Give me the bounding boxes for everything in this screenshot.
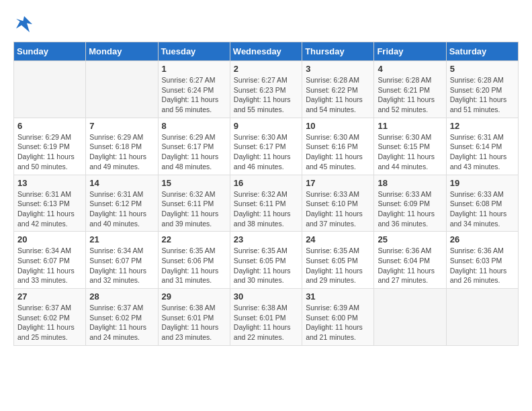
calendar-body: 1Sunrise: 6:27 AM Sunset: 6:24 PM Daylig…: [14, 61, 519, 346]
day-info: Sunrise: 6:37 AM Sunset: 6:02 PM Dayligh…: [17, 303, 82, 342]
weekday-header: Sunday: [14, 42, 86, 61]
day-info: Sunrise: 6:37 AM Sunset: 6:02 PM Dayligh…: [89, 303, 154, 342]
day-number: 22: [162, 234, 226, 244]
calendar-cell: 12Sunrise: 6:31 AM Sunset: 6:14 PM Dayli…: [446, 118, 518, 175]
day-info: Sunrise: 6:31 AM Sunset: 6:12 PM Dayligh…: [89, 189, 154, 229]
day-info: Sunrise: 6:29 AM Sunset: 6:19 PM Dayligh…: [17, 132, 82, 172]
day-number: 21: [89, 234, 154, 244]
day-info: Sunrise: 6:29 AM Sunset: 6:17 PM Dayligh…: [162, 132, 226, 172]
day-info: Sunrise: 6:32 AM Sunset: 6:11 PM Dayligh…: [234, 189, 298, 229]
day-number: 3: [306, 64, 370, 74]
calendar-cell: 7Sunrise: 6:29 AM Sunset: 6:18 PM Daylig…: [86, 118, 158, 175]
calendar-cell: 15Sunrise: 6:32 AM Sunset: 6:11 PM Dayli…: [158, 175, 230, 232]
day-info: Sunrise: 6:31 AM Sunset: 6:14 PM Dayligh…: [450, 132, 515, 172]
day-number: 10: [306, 121, 370, 131]
day-info: Sunrise: 6:30 AM Sunset: 6:15 PM Dayligh…: [378, 132, 442, 172]
day-info: Sunrise: 6:35 AM Sunset: 6:06 PM Dayligh…: [162, 246, 226, 285]
calendar-cell: 18Sunrise: 6:33 AM Sunset: 6:09 PM Dayli…: [374, 175, 446, 232]
day-number: 8: [162, 121, 226, 131]
day-number: 11: [378, 121, 442, 131]
weekday-header: Tuesday: [158, 42, 230, 61]
calendar-cell: [374, 289, 446, 346]
day-number: 13: [17, 178, 82, 188]
day-info: Sunrise: 6:36 AM Sunset: 6:04 PM Dayligh…: [378, 246, 442, 285]
day-number: 14: [89, 178, 154, 188]
day-number: 9: [234, 121, 298, 131]
weekday-header: Thursday: [302, 42, 374, 61]
calendar-cell: 27Sunrise: 6:37 AM Sunset: 6:02 PM Dayli…: [14, 289, 86, 346]
calendar-cell: 21Sunrise: 6:34 AM Sunset: 6:07 PM Dayli…: [86, 232, 158, 289]
calendar-cell: 25Sunrise: 6:36 AM Sunset: 6:04 PM Dayli…: [374, 232, 446, 289]
calendar-cell: 22Sunrise: 6:35 AM Sunset: 6:06 PM Dayli…: [158, 232, 230, 289]
svg-marker-0: [16, 16, 32, 32]
day-info: Sunrise: 6:30 AM Sunset: 6:17 PM Dayligh…: [234, 132, 298, 172]
calendar-week-row: 13Sunrise: 6:31 AM Sunset: 6:13 PM Dayli…: [14, 175, 519, 232]
calendar-cell: 29Sunrise: 6:38 AM Sunset: 6:01 PM Dayli…: [158, 289, 230, 346]
day-number: 29: [162, 291, 226, 302]
day-info: Sunrise: 6:33 AM Sunset: 6:08 PM Dayligh…: [450, 189, 515, 229]
calendar-week-row: 20Sunrise: 6:34 AM Sunset: 6:07 PM Dayli…: [14, 232, 519, 289]
calendar-cell: 23Sunrise: 6:35 AM Sunset: 6:05 PM Dayli…: [230, 232, 302, 289]
day-number: 15: [162, 178, 226, 188]
day-number: 18: [378, 178, 442, 188]
calendar-cell: 24Sunrise: 6:35 AM Sunset: 6:05 PM Dayli…: [302, 232, 374, 289]
day-info: Sunrise: 6:35 AM Sunset: 6:05 PM Dayligh…: [234, 246, 298, 285]
calendar-cell: 2Sunrise: 6:27 AM Sunset: 6:23 PM Daylig…: [230, 61, 302, 118]
weekday-header: Wednesday: [230, 42, 302, 61]
calendar-cell: 20Sunrise: 6:34 AM Sunset: 6:07 PM Dayli…: [14, 232, 86, 289]
calendar-cell: 10Sunrise: 6:30 AM Sunset: 6:16 PM Dayli…: [302, 118, 374, 175]
calendar-cell: 4Sunrise: 6:28 AM Sunset: 6:21 PM Daylig…: [374, 61, 446, 118]
day-number: 31: [306, 291, 370, 302]
calendar-week-row: 1Sunrise: 6:27 AM Sunset: 6:24 PM Daylig…: [14, 61, 519, 118]
day-number: 19: [450, 178, 515, 188]
logo-icon: [13, 13, 35, 35]
calendar-cell: 19Sunrise: 6:33 AM Sunset: 6:08 PM Dayli…: [446, 175, 518, 232]
day-info: Sunrise: 6:36 AM Sunset: 6:03 PM Dayligh…: [450, 246, 515, 285]
day-info: Sunrise: 6:30 AM Sunset: 6:16 PM Dayligh…: [306, 132, 370, 172]
day-info: Sunrise: 6:28 AM Sunset: 6:22 PM Dayligh…: [306, 75, 370, 115]
calendar-cell: 6Sunrise: 6:29 AM Sunset: 6:19 PM Daylig…: [14, 118, 86, 175]
day-number: 2: [234, 64, 298, 74]
day-number: 26: [450, 234, 515, 244]
calendar-cell: 5Sunrise: 6:28 AM Sunset: 6:20 PM Daylig…: [446, 61, 518, 118]
day-number: 1: [162, 64, 226, 74]
day-number: 25: [378, 234, 442, 244]
calendar-cell: 31Sunrise: 6:39 AM Sunset: 6:00 PM Dayli…: [302, 289, 374, 346]
calendar-cell: 28Sunrise: 6:37 AM Sunset: 6:02 PM Dayli…: [86, 289, 158, 346]
page-header: [13, 13, 519, 35]
day-info: Sunrise: 6:33 AM Sunset: 6:09 PM Dayligh…: [378, 189, 442, 229]
day-info: Sunrise: 6:39 AM Sunset: 6:00 PM Dayligh…: [306, 303, 370, 342]
weekday-header: Monday: [86, 42, 158, 61]
day-info: Sunrise: 6:27 AM Sunset: 6:24 PM Dayligh…: [162, 75, 226, 115]
calendar-cell: 30Sunrise: 6:38 AM Sunset: 6:01 PM Dayli…: [230, 289, 302, 346]
day-info: Sunrise: 6:28 AM Sunset: 6:20 PM Dayligh…: [450, 75, 515, 115]
weekday-header: Saturday: [446, 42, 518, 61]
calendar-cell: 11Sunrise: 6:30 AM Sunset: 6:15 PM Dayli…: [374, 118, 446, 175]
day-info: Sunrise: 6:34 AM Sunset: 6:07 PM Dayligh…: [89, 246, 154, 285]
day-number: 7: [89, 121, 154, 131]
day-number: 27: [17, 291, 82, 302]
day-info: Sunrise: 6:38 AM Sunset: 6:01 PM Dayligh…: [234, 303, 298, 342]
day-info: Sunrise: 6:29 AM Sunset: 6:18 PM Dayligh…: [89, 132, 154, 172]
day-info: Sunrise: 6:31 AM Sunset: 6:13 PM Dayligh…: [17, 189, 82, 229]
day-info: Sunrise: 6:35 AM Sunset: 6:05 PM Dayligh…: [306, 246, 370, 285]
calendar-cell: 26Sunrise: 6:36 AM Sunset: 6:03 PM Dayli…: [446, 232, 518, 289]
calendar-cell: 9Sunrise: 6:30 AM Sunset: 6:17 PM Daylig…: [230, 118, 302, 175]
calendar-cell: 1Sunrise: 6:27 AM Sunset: 6:24 PM Daylig…: [158, 61, 230, 118]
day-number: 24: [306, 234, 370, 244]
day-number: 20: [17, 234, 82, 244]
weekday-header: Friday: [374, 42, 446, 61]
day-number: 5: [450, 64, 515, 74]
calendar-cell: 8Sunrise: 6:29 AM Sunset: 6:17 PM Daylig…: [158, 118, 230, 175]
day-number: 16: [234, 178, 298, 188]
day-info: Sunrise: 6:34 AM Sunset: 6:07 PM Dayligh…: [17, 246, 82, 285]
day-info: Sunrise: 6:32 AM Sunset: 6:11 PM Dayligh…: [162, 189, 226, 229]
day-number: 12: [450, 121, 515, 131]
logo: [13, 13, 38, 35]
day-number: 6: [17, 121, 82, 131]
calendar-cell: [14, 61, 86, 118]
calendar-cell: 17Sunrise: 6:33 AM Sunset: 6:10 PM Dayli…: [302, 175, 374, 232]
day-number: 30: [234, 291, 298, 302]
day-info: Sunrise: 6:33 AM Sunset: 6:10 PM Dayligh…: [306, 189, 370, 229]
day-info: Sunrise: 6:28 AM Sunset: 6:21 PM Dayligh…: [378, 75, 442, 115]
